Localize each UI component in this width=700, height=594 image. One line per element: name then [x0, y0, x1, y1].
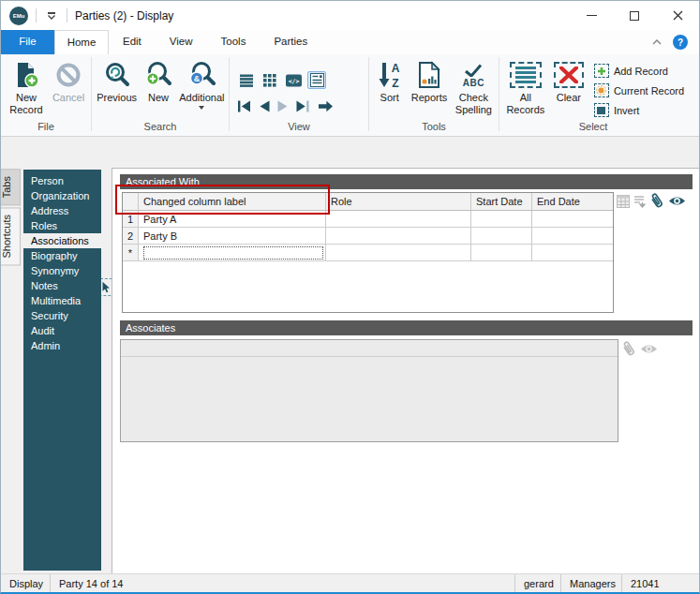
sidebar-item-multimedia[interactable]: Multimedia [23, 293, 101, 308]
fill-down-button[interactable] [633, 195, 646, 208]
previous-search-icon [103, 61, 131, 89]
sidebar-item-security[interactable]: Security [23, 308, 101, 323]
group-label-view: View [231, 121, 366, 136]
party-cell[interactable]: Party B [139, 228, 326, 244]
associates-toolbar [620, 340, 658, 358]
tab-view[interactable]: View [156, 30, 207, 54]
sidebar-item-notes[interactable]: Notes [23, 278, 101, 293]
start-date-cell[interactable] [471, 228, 532, 244]
view-attached-button[interactable] [668, 195, 686, 207]
group-label-select: Select [501, 121, 685, 136]
table-empty-area [123, 261, 613, 312]
role-cell[interactable] [326, 245, 471, 260]
eye-icon [640, 343, 658, 355]
status-group: Managers [561, 574, 621, 592]
select-add-record-button[interactable]: Add Record [594, 62, 684, 80]
first-record-button[interactable] [237, 100, 251, 112]
end-date-cell[interactable] [532, 228, 614, 244]
end-date-cell[interactable] [532, 211, 614, 227]
svg-text:</>: </> [288, 77, 299, 84]
start-date-cell[interactable] [471, 245, 532, 260]
side-tab-strip: Tabs Shortcuts [1, 168, 23, 573]
tab-parties[interactable]: Parties [260, 30, 321, 54]
new-search-button[interactable]: New [140, 55, 176, 104]
goto-record-button[interactable] [318, 100, 334, 112]
start-date-cell[interactable] [471, 211, 532, 227]
sidebar-item-associations[interactable]: Associations [23, 233, 101, 248]
next-record-button-disabled[interactable] [277, 100, 289, 112]
group-label-tools: Tools [371, 121, 497, 136]
focus-rectangle [143, 246, 323, 260]
select-current-record-button[interactable]: Current Record [594, 82, 684, 99]
attach-button[interactable] [648, 192, 665, 210]
minimize-button[interactable] [570, 1, 613, 30]
tab-file[interactable]: File [1, 30, 54, 54]
grid-icon [617, 195, 630, 208]
sidebar-item-audit[interactable]: Audit [23, 323, 101, 338]
collapse-ribbon-button[interactable] [652, 39, 662, 45]
sidebar-item-biography[interactable]: Biography [23, 248, 101, 263]
column-header-end-date[interactable]: End Date [532, 193, 614, 210]
reports-button[interactable]: Reports [408, 55, 450, 104]
new-record-button[interactable]: New Record [4, 55, 49, 116]
sidebar-item-synonymy[interactable]: Synonymy [23, 263, 101, 278]
select-all-records-button[interactable]: All Records [502, 55, 549, 116]
list-view-button[interactable] [237, 71, 256, 89]
maximize-button[interactable] [613, 1, 656, 30]
sidebar-item-address[interactable]: Address [23, 203, 101, 218]
column-header-role[interactable]: Role [326, 193, 471, 210]
checkmark-icon [464, 64, 483, 77]
chevron-down-icon [48, 15, 55, 20]
sidebar-item-organization[interactable]: Organization [23, 188, 101, 203]
previous-search-button[interactable]: Previous [94, 55, 140, 104]
eye-icon [668, 195, 686, 207]
select-invert-button[interactable]: Invert [594, 101, 684, 119]
code-view-button[interactable]: </> [284, 71, 303, 89]
associates-header: Associates [120, 320, 693, 335]
tab-edit[interactable]: Edit [109, 30, 156, 54]
record-summary-band: Active - Wood, Dr Gerard - The National … [1, 137, 699, 168]
end-date-cell[interactable] [532, 245, 614, 260]
form-view-icon [310, 73, 324, 87]
status-user: gerard [515, 574, 560, 592]
close-button[interactable] [656, 1, 699, 30]
paperclip-icon [645, 189, 669, 214]
app-window: EMu Parties (2) - Display File Home Edit… [0, 0, 700, 594]
all-records-icon [510, 62, 542, 88]
grid-view-button[interactable] [261, 71, 279, 89]
grid-properties-button[interactable] [617, 195, 630, 208]
sidebar-item-person[interactable]: Person [23, 173, 101, 188]
select-clear-button[interactable]: Clear [549, 55, 588, 104]
sort-button[interactable]: A Z Sort [371, 55, 408, 104]
view-attached-button-disabled[interactable] [640, 343, 658, 355]
fill-down-icon [633, 195, 646, 208]
check-spelling-button[interactable]: ABC Check Spelling [451, 55, 497, 116]
maximize-icon [630, 11, 639, 21]
side-tab-tabs[interactable]: Tabs [1, 169, 21, 205]
side-tab-shortcuts[interactable]: Shortcuts [1, 207, 21, 265]
tab-tools[interactable]: Tools [207, 30, 261, 54]
additional-search-button[interactable]: & Additional [177, 55, 227, 110]
group-label-file: File [3, 121, 89, 136]
status-mode: Display [1, 574, 50, 592]
tab-home[interactable]: Home [54, 30, 109, 54]
status-number: 21041 [622, 574, 675, 592]
new-search-icon [144, 61, 172, 89]
form-view-button-selected[interactable] [307, 71, 326, 89]
role-cell[interactable] [326, 228, 471, 244]
cancel-icon [55, 62, 82, 88]
quick-access-dropdown-button[interactable] [44, 12, 59, 20]
cancel-button[interactable]: Cancel [49, 55, 88, 104]
column-header-start-date[interactable]: Start Date [471, 193, 532, 210]
attach-button-disabled[interactable] [620, 340, 637, 358]
role-cell[interactable] [326, 211, 471, 227]
help-button[interactable]: ? [673, 35, 688, 50]
sidebar-item-roles[interactable]: Roles [23, 218, 101, 233]
additional-dropdown-caret-icon [199, 106, 204, 110]
close-icon [673, 10, 683, 21]
last-record-button[interactable] [296, 100, 310, 112]
sidebar-item-admin[interactable]: Admin [23, 338, 101, 353]
party-cell-focused[interactable] [139, 245, 326, 260]
associations-page: Associated With Changed column label Rol… [112, 168, 700, 574]
previous-record-button[interactable] [259, 100, 270, 112]
